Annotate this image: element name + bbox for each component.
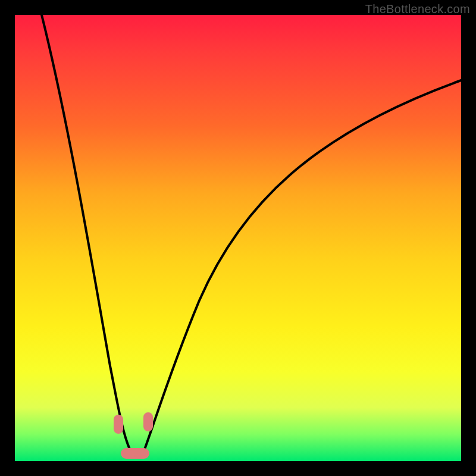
marker-right — [143, 412, 153, 431]
marker-left — [114, 415, 123, 434]
marker-bottom — [121, 448, 149, 459]
curve-right-arm — [143, 80, 461, 454]
bottleneck-curve — [15, 15, 461, 461]
curve-left-arm — [42, 15, 130, 449]
chart-plot-area — [15, 15, 461, 461]
watermark-text: TheBottleneck.com — [365, 2, 470, 16]
